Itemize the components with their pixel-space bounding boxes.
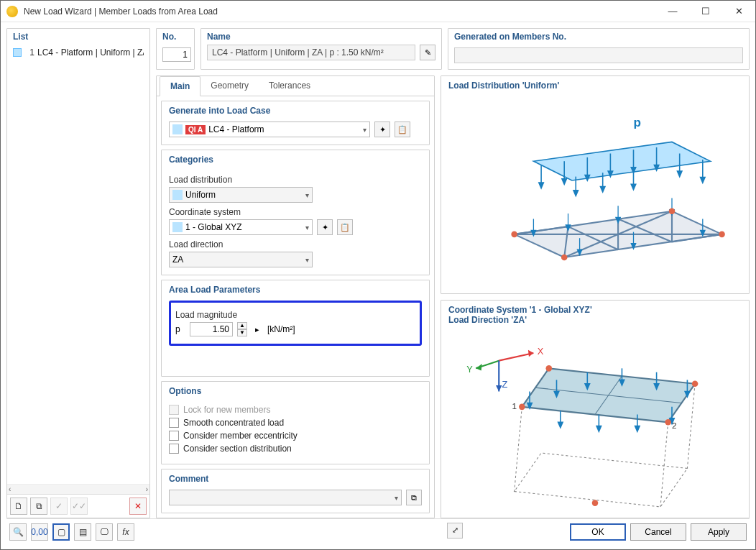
svg-point-48 [719,232,725,238]
svg-marker-17 [573,191,578,196]
load-dir-label: Load direction [169,239,422,249]
new-load-case-button[interactable]: ✦ [374,122,390,137]
edit-load-case-button[interactable]: 📋 [395,122,410,137]
load-case-tag: QI A [185,125,206,134]
new-item-button[interactable]: 🗋 [10,498,27,515]
generate-header: Generate into Load Case [162,101,429,119]
wizard-window: New Load Wizard | Member Loads from Area… [0,0,756,550]
svg-marker-11 [654,165,658,170]
coord-preview-title-2: Load Direction 'ZA' [441,315,749,325]
generate-section: Generate into Load Case QI A LC4 - Platf… [161,101,430,145]
no-panel: No. [156,28,195,70]
function-button[interactable]: fx [117,523,134,541]
name-label: Name [201,29,441,45]
copy-item-button[interactable]: ⧉ [30,498,47,515]
generated-panel: Generated on Members No. [448,28,750,70]
check-all-button[interactable]: ✓✓ [70,498,88,515]
axis-x-label: X [538,346,544,357]
load-dist-label: Load distribution [169,175,422,185]
checkbox-icon[interactable] [169,444,179,454]
svg-marker-3 [562,179,566,184]
no-input[interactable] [162,47,191,62]
opt-lock-row[interactable]: Lock for new members [169,405,422,415]
svg-line-50 [499,353,533,361]
options-header: Options [162,382,429,399]
svg-point-47 [669,208,676,214]
delete-button[interactable]: ✕ [129,498,147,515]
plate-iso: 1 2 [512,365,698,507]
list-item-label: LC4 - Platform | Uniform | ZA | p : [37,47,144,58]
close-button[interactable]: ✕ [722,1,755,22]
name-value: LC4 - Platform | Uniform | ZA | p : 1.50… [207,45,415,60]
categories-section: Categories Load distribution Uniform ▾ [161,150,430,275]
checkbox-icon[interactable] [169,431,179,441]
svg-marker-1 [539,183,543,188]
edit-name-button[interactable]: ✎ [420,45,435,60]
list-item-number: 1 [24,47,34,58]
svg-marker-51 [528,350,533,357]
list-h-scrollbar[interactable]: ‹› [7,484,149,494]
color-mode-button[interactable]: ▢ [52,523,70,541]
svg-point-83 [546,365,553,372]
tab-main[interactable]: Main [160,76,200,96]
no-label: No. [157,29,194,45]
opt-section-row[interactable]: Consider section distribution [169,444,422,454]
svg-point-86 [519,404,525,411]
comment-library-button[interactable]: ⧉ [406,490,422,505]
load-dist-swatch [172,190,183,200]
load-dir-combo[interactable]: ZA ▾ [169,252,313,267]
minimize-button[interactable]: — [656,1,689,22]
list-item-icon [13,48,22,57]
dist-preview-panel: Load Distribution 'Uniform' p [441,75,750,294]
generated-label: Generated on Members No. [448,29,749,45]
spin-down-icon[interactable]: ▼ [237,329,247,336]
svg-marker-19 [600,187,604,192]
load-dist-combo[interactable]: Uniform ▾ [169,187,313,203]
list-toolbar: 🗋 ⧉ ✓ ✓✓ ✕ [7,494,149,518]
preview-zoom-button[interactable]: ⤢ [447,523,463,538]
help-button[interactable]: 🔍 [9,523,27,541]
svg-point-87 [592,500,599,506]
name-panel: Name LC4 - Platform | Uniform | ZA | p :… [200,28,442,70]
comment-combo[interactable]: ▾ [169,490,402,505]
opt-smooth-row[interactable]: Smooth concentrated load [169,418,422,428]
new-coord-button[interactable]: ✦ [317,219,333,235]
checkbox-icon[interactable] [169,418,179,428]
dist-preview-title: Load Distribution 'Uniform' [441,76,749,91]
node2-label: 2 [672,421,677,430]
coord-preview-svg: X Y Z [441,325,749,520]
checkbox-icon[interactable] [169,405,179,415]
load-case-combo[interactable]: QI A LC4 - Platform ▾ [169,122,370,137]
opt-lock-label: Lock for new members [183,405,270,415]
load-mag-input[interactable] [190,322,233,336]
svg-marker-5 [585,175,589,180]
edit-coord-button[interactable]: 📋 [337,219,353,235]
options-section: Options Lock for new members [161,381,430,464]
opt-ecc-row[interactable]: Consider member eccentricity [169,431,422,441]
display-button[interactable]: 🖵 [96,523,113,541]
svg-point-46 [511,232,517,238]
coord-combo[interactable]: 1 - Global XYZ ▾ [169,219,313,235]
arrow-right-icon[interactable]: ▸ [252,322,263,336]
tab-geometry[interactable]: Geometry [200,76,259,96]
p-symbol: p [634,116,641,129]
maximize-button[interactable]: ☐ [689,1,722,22]
tab-tolerances[interactable]: Tolerances [259,76,321,96]
svg-marker-78 [635,426,640,431]
load-mag-symbol: p [175,324,185,334]
chevron-down-icon: ▾ [305,191,309,199]
form-panel: Main Geometry Tolerances Generate into L… [156,75,435,518]
units-button[interactable]: 0,00 [31,523,48,541]
coord-label: Coordinate system [169,207,422,217]
opt-section-label: Consider section distribution [183,444,292,454]
generated-field [454,47,743,63]
show-preview-button[interactable]: ▤ [74,523,91,541]
check-button[interactable]: ✓ [50,498,68,515]
svg-marker-55 [496,385,502,392]
coord-swatch [172,222,183,232]
list-item[interactable]: 1 LC4 - Platform | Uniform | ZA | p : [10,46,147,59]
svg-marker-13 [677,171,681,176]
svg-line-58 [660,422,668,507]
load-mag-spinner[interactable]: ▲ ▼ [237,322,247,336]
spin-up-icon[interactable]: ▲ [237,322,247,329]
